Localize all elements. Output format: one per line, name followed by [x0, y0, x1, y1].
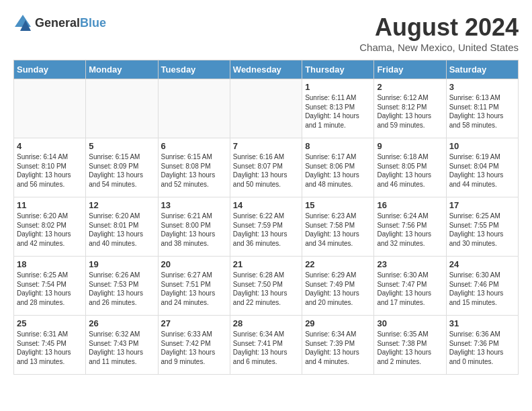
calendar-cell: 10Sunrise: 6:19 AM Sunset: 8:04 PM Dayli…: [446, 138, 518, 197]
svg-marker-0: [15, 15, 31, 27]
logo: GeneralBlue: [13, 13, 106, 32]
calendar-cell: 25Sunrise: 6:31 AM Sunset: 7:45 PM Dayli…: [14, 316, 86, 375]
day-number: 14: [233, 200, 299, 210]
day-info: Sunrise: 6:24 AM Sunset: 7:56 PM Dayligh…: [377, 212, 443, 248]
day-info: Sunrise: 6:29 AM Sunset: 7:49 PM Dayligh…: [305, 271, 371, 307]
day-info: Sunrise: 6:25 AM Sunset: 7:55 PM Dayligh…: [449, 212, 515, 248]
calendar-cell: 13Sunrise: 6:21 AM Sunset: 8:00 PM Dayli…: [158, 197, 230, 257]
logo-blue-text: Blue: [80, 16, 106, 30]
day-number: 4: [17, 141, 83, 151]
week-row-3: 18Sunrise: 6:25 AM Sunset: 7:54 PM Dayli…: [14, 257, 519, 316]
day-info: Sunrise: 6:35 AM Sunset: 7:38 PM Dayligh…: [377, 330, 443, 366]
calendar-cell: 30Sunrise: 6:35 AM Sunset: 7:38 PM Dayli…: [374, 316, 446, 375]
day-info: Sunrise: 6:12 AM Sunset: 8:12 PM Dayligh…: [377, 93, 443, 130]
day-info: Sunrise: 6:27 AM Sunset: 7:51 PM Dayligh…: [161, 271, 227, 307]
day-number: 6: [161, 141, 227, 151]
calendar-cell: 8Sunrise: 6:17 AM Sunset: 8:06 PM Daylig…: [302, 138, 374, 197]
day-number: 29: [305, 318, 371, 328]
day-number: 20: [161, 259, 227, 269]
days-header-row: SundayMondayTuesdayWednesdayThursdayFrid…: [14, 60, 519, 79]
day-header-tuesday: Tuesday: [158, 60, 230, 79]
day-number: 13: [161, 200, 227, 210]
location-subtitle: Chama, New Mexico, United States: [359, 42, 519, 53]
calendar-cell: [86, 79, 158, 138]
day-info: Sunrise: 6:33 AM Sunset: 7:42 PM Dayligh…: [161, 330, 227, 366]
week-row-0: 1Sunrise: 6:11 AM Sunset: 8:13 PM Daylig…: [14, 79, 519, 138]
calendar-cell: 22Sunrise: 6:29 AM Sunset: 7:49 PM Dayli…: [302, 257, 374, 316]
day-number: 8: [305, 141, 371, 151]
day-number: 19: [89, 259, 154, 269]
day-info: Sunrise: 6:30 AM Sunset: 7:46 PM Dayligh…: [449, 271, 515, 307]
day-number: 22: [305, 259, 371, 269]
calendar-cell: 24Sunrise: 6:30 AM Sunset: 7:46 PM Dayli…: [446, 257, 518, 316]
day-number: 5: [89, 141, 154, 151]
calendar-cell: 4Sunrise: 6:14 AM Sunset: 8:10 PM Daylig…: [14, 138, 86, 197]
calendar-cell: 1Sunrise: 6:11 AM Sunset: 8:13 PM Daylig…: [302, 79, 374, 138]
calendar-cell: 29Sunrise: 6:34 AM Sunset: 7:39 PM Dayli…: [302, 316, 374, 375]
day-info: Sunrise: 6:28 AM Sunset: 7:50 PM Dayligh…: [233, 271, 299, 307]
day-info: Sunrise: 6:36 AM Sunset: 7:36 PM Dayligh…: [449, 330, 515, 366]
day-info: Sunrise: 6:34 AM Sunset: 7:39 PM Dayligh…: [305, 330, 371, 366]
day-number: 1: [305, 82, 371, 92]
day-info: Sunrise: 6:21 AM Sunset: 8:00 PM Dayligh…: [161, 212, 227, 248]
day-info: Sunrise: 6:13 AM Sunset: 8:11 PM Dayligh…: [449, 93, 515, 130]
calendar-cell: 23Sunrise: 6:30 AM Sunset: 7:47 PM Dayli…: [374, 257, 446, 316]
day-number: 18: [17, 259, 83, 269]
day-number: 27: [161, 318, 227, 328]
calendar-cell: 28Sunrise: 6:34 AM Sunset: 7:41 PM Dayli…: [230, 316, 302, 375]
calendar-cell: 5Sunrise: 6:15 AM Sunset: 8:09 PM Daylig…: [86, 138, 158, 197]
calendar-cell: 31Sunrise: 6:36 AM Sunset: 7:36 PM Dayli…: [446, 316, 518, 375]
day-info: Sunrise: 6:31 AM Sunset: 7:45 PM Dayligh…: [17, 330, 83, 366]
week-row-2: 11Sunrise: 6:20 AM Sunset: 8:02 PM Dayli…: [14, 197, 519, 257]
day-header-monday: Monday: [86, 60, 158, 79]
day-info: Sunrise: 6:11 AM Sunset: 8:13 PM Dayligh…: [305, 93, 371, 130]
day-info: Sunrise: 6:23 AM Sunset: 7:58 PM Dayligh…: [305, 212, 371, 248]
day-number: 28: [233, 318, 299, 328]
calendar-cell: 19Sunrise: 6:26 AM Sunset: 7:53 PM Dayli…: [86, 257, 158, 316]
day-number: 17: [449, 200, 515, 210]
day-number: 30: [377, 318, 443, 328]
day-info: Sunrise: 6:20 AM Sunset: 8:02 PM Dayligh…: [17, 212, 83, 248]
day-info: Sunrise: 6:26 AM Sunset: 7:53 PM Dayligh…: [89, 271, 154, 307]
day-number: 3: [449, 82, 515, 92]
day-info: Sunrise: 6:22 AM Sunset: 7:59 PM Dayligh…: [233, 212, 299, 248]
calendar-cell: 27Sunrise: 6:33 AM Sunset: 7:42 PM Dayli…: [158, 316, 230, 375]
calendar-cell: 6Sunrise: 6:15 AM Sunset: 8:08 PM Daylig…: [158, 138, 230, 197]
day-header-friday: Friday: [374, 60, 446, 79]
day-header-wednesday: Wednesday: [230, 60, 302, 79]
calendar-cell: 12Sunrise: 6:20 AM Sunset: 8:01 PM Dayli…: [86, 197, 158, 257]
day-info: Sunrise: 6:20 AM Sunset: 8:01 PM Dayligh…: [89, 212, 154, 248]
calendar-cell: 15Sunrise: 6:23 AM Sunset: 7:58 PM Dayli…: [302, 197, 374, 257]
week-row-4: 25Sunrise: 6:31 AM Sunset: 7:45 PM Dayli…: [14, 316, 519, 375]
calendar-cell: 18Sunrise: 6:25 AM Sunset: 7:54 PM Dayli…: [14, 257, 86, 316]
day-number: 26: [89, 318, 154, 328]
month-year-title: August 2024: [359, 13, 519, 42]
calendar-cell: [14, 79, 86, 138]
day-number: 23: [377, 259, 443, 269]
calendar-cell: 14Sunrise: 6:22 AM Sunset: 7:59 PM Dayli…: [230, 197, 302, 257]
day-header-sunday: Sunday: [14, 60, 86, 79]
day-number: 15: [305, 200, 371, 210]
calendar-cell: 17Sunrise: 6:25 AM Sunset: 7:55 PM Dayli…: [446, 197, 518, 257]
day-number: 2: [377, 82, 443, 92]
calendar-cell: [230, 79, 302, 138]
day-info: Sunrise: 6:17 AM Sunset: 8:06 PM Dayligh…: [305, 152, 371, 189]
day-info: Sunrise: 6:34 AM Sunset: 7:41 PM Dayligh…: [233, 330, 299, 366]
day-number: 31: [449, 318, 515, 328]
day-info: Sunrise: 6:15 AM Sunset: 8:08 PM Dayligh…: [161, 152, 227, 189]
day-number: 25: [17, 318, 83, 328]
calendar-cell: 9Sunrise: 6:18 AM Sunset: 8:05 PM Daylig…: [374, 138, 446, 197]
calendar-cell: 26Sunrise: 6:32 AM Sunset: 7:43 PM Dayli…: [86, 316, 158, 375]
day-info: Sunrise: 6:14 AM Sunset: 8:10 PM Dayligh…: [17, 152, 83, 189]
calendar-cell: 3Sunrise: 6:13 AM Sunset: 8:11 PM Daylig…: [446, 79, 518, 138]
day-info: Sunrise: 6:30 AM Sunset: 7:47 PM Dayligh…: [377, 271, 443, 307]
day-number: 11: [17, 200, 83, 210]
calendar-cell: 21Sunrise: 6:28 AM Sunset: 7:50 PM Dayli…: [230, 257, 302, 316]
calendar-table: SundayMondayTuesdayWednesdayThursdayFrid…: [13, 60, 519, 375]
day-header-thursday: Thursday: [302, 60, 374, 79]
day-info: Sunrise: 6:19 AM Sunset: 8:04 PM Dayligh…: [449, 152, 515, 189]
day-number: 21: [233, 259, 299, 269]
day-header-saturday: Saturday: [446, 60, 518, 79]
day-number: 9: [377, 141, 443, 151]
calendar-cell: 11Sunrise: 6:20 AM Sunset: 8:02 PM Dayli…: [14, 197, 86, 257]
